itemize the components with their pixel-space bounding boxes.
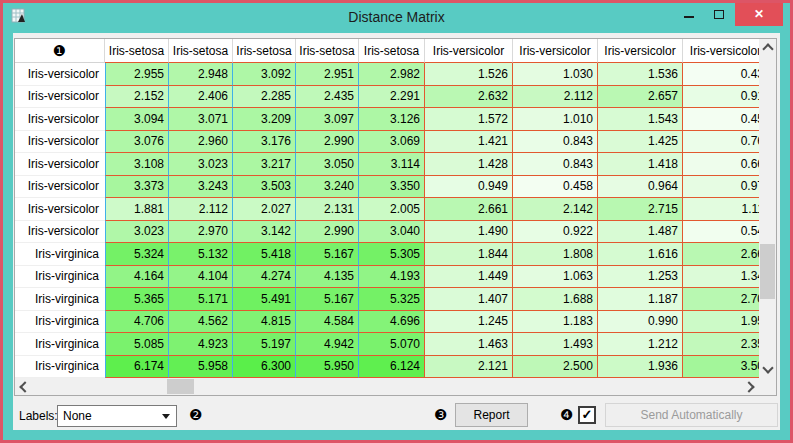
matrix-cell[interactable]: 3.503 <box>233 176 296 199</box>
matrix-cell[interactable]: 1.11 <box>683 198 759 221</box>
matrix-cell[interactable]: 0.54 <box>683 221 759 244</box>
row-header[interactable]: Iris-versicolor <box>15 131 105 154</box>
matrix-cell[interactable]: 4.104 <box>169 266 233 289</box>
row-header[interactable]: Iris-virginica <box>15 333 105 356</box>
matrix-cell[interactable]: 5.085 <box>105 333 169 356</box>
matrix-cell[interactable]: 1.688 <box>513 288 598 311</box>
matrix-cell[interactable]: 3.126 <box>359 108 425 131</box>
matrix-cell[interactable]: 1.881 <box>105 198 169 221</box>
matrix-cell[interactable]: 1.407 <box>425 288 513 311</box>
matrix-cell[interactable]: 4.164 <box>105 266 169 289</box>
matrix-cell[interactable]: 3.142 <box>233 221 296 244</box>
matrix-cell[interactable]: 3.050 <box>296 153 359 176</box>
matrix-cell[interactable]: 5.958 <box>169 356 233 379</box>
matrix-cell[interactable]: 1.34 <box>683 266 759 289</box>
matrix-cell[interactable]: 1.490 <box>425 221 513 244</box>
matrix-cell[interactable]: 3.350 <box>359 176 425 199</box>
matrix-cell[interactable]: 1.183 <box>513 311 598 334</box>
matrix-cell[interactable]: 5.070 <box>359 333 425 356</box>
matrix-cell[interactable]: 4.562 <box>169 311 233 334</box>
labels-dropdown[interactable]: None <box>57 405 177 427</box>
column-header[interactable]: Iris-versicolor <box>425 39 513 63</box>
row-header[interactable]: Iris-virginica <box>15 356 105 379</box>
matrix-cell[interactable]: 6.124 <box>359 356 425 379</box>
matrix-cell[interactable]: 0.43 <box>683 63 759 86</box>
matrix-cell[interactable]: 1.245 <box>425 311 513 334</box>
matrix-cell[interactable]: 4.923 <box>169 333 233 356</box>
matrix-cell[interactable]: 5.950 <box>296 356 359 379</box>
matrix-cell[interactable]: 1.428 <box>425 153 513 176</box>
scroll-down-button[interactable] <box>759 361 776 378</box>
matrix-cell[interactable]: 3.240 <box>296 176 359 199</box>
matrix-cell[interactable]: 3.176 <box>233 131 296 154</box>
matrix-cell[interactable]: 6.174 <box>105 356 169 379</box>
matrix-cell[interactable]: 1.487 <box>598 221 683 244</box>
matrix-cell[interactable]: 3.069 <box>359 131 425 154</box>
matrix-cell[interactable]: 2.70 <box>683 288 759 311</box>
matrix-cell[interactable]: 0.843 <box>513 131 598 154</box>
matrix-cell[interactable]: 1.010 <box>513 108 598 131</box>
matrix-cell[interactable]: 5.197 <box>233 333 296 356</box>
matrix-cell[interactable]: 1.463 <box>425 333 513 356</box>
matrix-cell[interactable]: 0.843 <box>513 153 598 176</box>
matrix-cell[interactable]: 1.449 <box>425 266 513 289</box>
matrix-cell[interactable]: 5.167 <box>296 243 359 266</box>
matrix-cell[interactable]: 3.114 <box>359 153 425 176</box>
matrix-cell[interactable]: 2.657 <box>598 86 683 109</box>
close-button[interactable]: ✕ <box>735 3 783 26</box>
row-header[interactable]: Iris-versicolor <box>15 198 105 221</box>
matrix-cell[interactable]: 3.076 <box>105 131 169 154</box>
matrix-cell[interactable]: 1.572 <box>425 108 513 131</box>
matrix-cell[interactable]: 2.152 <box>105 86 169 109</box>
row-header[interactable]: Iris-versicolor <box>15 108 105 131</box>
matrix-cell[interactable]: 3.092 <box>233 63 296 86</box>
matrix-cell[interactable]: 0.76 <box>683 131 759 154</box>
send-automatically-button[interactable]: Send Automatically <box>605 403 778 427</box>
matrix-cell[interactable]: 1.418 <box>598 153 683 176</box>
matrix-cell[interactable]: 0.458 <box>513 176 598 199</box>
matrix-cell[interactable]: 1.421 <box>425 131 513 154</box>
horizontal-scrollbar[interactable] <box>15 378 759 395</box>
matrix-cell[interactable]: 0.990 <box>598 311 683 334</box>
column-header[interactable]: Iris-setosa <box>359 39 425 63</box>
matrix-cell[interactable]: 3.040 <box>359 221 425 244</box>
matrix-cell[interactable]: 5.325 <box>359 288 425 311</box>
row-header[interactable]: Iris-versicolor <box>15 221 105 244</box>
matrix-cell[interactable]: 3.50 <box>683 356 759 379</box>
matrix-cell[interactable]: 2.112 <box>169 198 233 221</box>
matrix-cell[interactable]: 2.435 <box>296 86 359 109</box>
send-automatically-checkbox[interactable]: ✓ <box>578 406 596 424</box>
matrix-cell[interactable]: 2.500 <box>513 356 598 379</box>
matrix-cell[interactable]: 2.955 <box>105 63 169 86</box>
matrix-cell[interactable]: 2.027 <box>233 198 296 221</box>
matrix-cell[interactable]: 5.491 <box>233 288 296 311</box>
report-button[interactable]: Report <box>455 403 528 427</box>
matrix-cell[interactable]: 4.815 <box>233 311 296 334</box>
row-header[interactable]: Iris-virginica <box>15 288 105 311</box>
row-header[interactable]: Iris-virginica <box>15 311 105 334</box>
matrix-cell[interactable]: 0.964 <box>598 176 683 199</box>
matrix-cell[interactable]: 5.324 <box>105 243 169 266</box>
matrix-cell[interactable]: 3.108 <box>105 153 169 176</box>
row-header[interactable]: Iris-versicolor <box>15 86 105 109</box>
column-header[interactable]: Iris-setosa <box>105 39 169 63</box>
matrix-cell[interactable]: 1.253 <box>598 266 683 289</box>
matrix-cell[interactable]: 5.171 <box>169 288 233 311</box>
matrix-cell[interactable]: 1.616 <box>598 243 683 266</box>
matrix-cell[interactable]: 1.212 <box>598 333 683 356</box>
matrix-cell[interactable]: 1.536 <box>598 63 683 86</box>
matrix-cell[interactable]: 4.584 <box>296 311 359 334</box>
matrix-cell[interactable]: 2.715 <box>598 198 683 221</box>
matrix-cell[interactable]: 0.91 <box>683 86 759 109</box>
matrix-cell[interactable]: 2.005 <box>359 198 425 221</box>
matrix-cell[interactable]: 2.970 <box>169 221 233 244</box>
column-header[interactable]: Iris-setosa <box>169 39 233 63</box>
matrix-cell[interactable]: 5.305 <box>359 243 425 266</box>
matrix-cell[interactable]: 4.706 <box>105 311 169 334</box>
matrix-cell[interactable]: 4.274 <box>233 266 296 289</box>
matrix-cell[interactable]: 1.030 <box>513 63 598 86</box>
matrix-cell[interactable]: 2.951 <box>296 63 359 86</box>
matrix-cell[interactable]: 3.373 <box>105 176 169 199</box>
matrix-cell[interactable]: 5.167 <box>296 288 359 311</box>
matrix-cell[interactable]: 2.112 <box>513 86 598 109</box>
